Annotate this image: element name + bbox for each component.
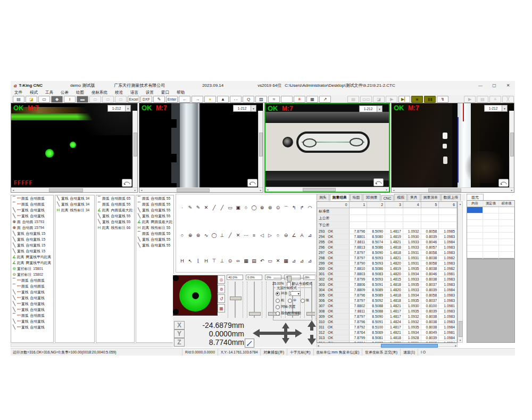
- feature-item[interactable]: ⌒圆弧自动圆弧55: [96, 201, 134, 207]
- menu-item[interactable]: 校准: [111, 90, 127, 95]
- play-single-button[interactable]: ▶: [464, 96, 476, 103]
- row-label[interactable]: 294OK: [317, 234, 350, 239]
- menu-item[interactable]: 绘图: [72, 90, 88, 95]
- result-row[interactable]: 310OK7.87968.50911.48241.09320.80381.098…: [317, 319, 457, 325]
- ring-channel-select[interactable]: 1 ▾: [289, 291, 301, 296]
- tool-icon[interactable]: ⊕: [187, 233, 193, 238]
- result-row[interactable]: 301OK7.88038.50831.48201.09340.80461.098…: [317, 271, 457, 277]
- tool-icon[interactable]: ○: [275, 233, 281, 238]
- tool-icon[interactable]: ⌊: [195, 258, 201, 263]
- camera1-vscrollbar[interactable]: [132, 111, 137, 188]
- arrow-left-button[interactable]: ←: [179, 96, 190, 103]
- tab-3D测量[interactable]: 3D测量: [363, 194, 380, 201]
- blank-button[interactable]: [281, 96, 293, 103]
- probe-button[interactable]: ◆: [51, 96, 63, 103]
- tool-icon[interactable]: A: [299, 233, 305, 238]
- result-row[interactable]: 306OK7.87978.50921.48181.09350.80371.098…: [317, 298, 457, 303]
- chevron-down-icon[interactable]: ▾: [251, 105, 256, 111]
- primitives-selected-row[interactable]: [467, 207, 514, 213]
- feature-item[interactable]: ╲***直线自动直线: [11, 301, 53, 307]
- tool-icon[interactable]: ◯: [211, 233, 217, 238]
- print-button[interactable]: ≡: [489, 96, 501, 103]
- row-label[interactable]: 305OK: [317, 293, 350, 298]
- result-row[interactable]: 304OK7.88098.50891.48201.09330.80391.098…: [317, 287, 457, 293]
- tool-icon[interactable]: ⊤: [211, 258, 217, 263]
- light-mode-button[interactable]: ◎: [218, 275, 225, 284]
- tool-icon[interactable]: ⊿: [307, 233, 313, 238]
- play-button[interactable]: ▶: [386, 96, 397, 103]
- ibeam-button[interactable]: I: [64, 96, 76, 103]
- row-label[interactable]: 312OK: [317, 330, 350, 335]
- feature-item[interactable]: ⌒圆弧自动圆弧65: [96, 195, 134, 201]
- close-button[interactable]: ✕: [501, 81, 515, 89]
- feature-item[interactable]: ∡距离内圆弧最大距: [96, 207, 134, 213]
- feature-item[interactable]: ⌒圆弧自动圆弧55: [136, 195, 173, 201]
- color-assist-radio[interactable]: 颜色校准辅助: [276, 311, 301, 316]
- camera-view-1[interactable]: OK M:7 1-212 ▾ FFFFF ◂ ▸: [11, 103, 138, 193]
- camera4-hscrollbar[interactable]: ◂ ▸: [392, 187, 514, 192]
- tool-icon[interactable]: ↰: [291, 205, 297, 212]
- feature-item[interactable]: H距离线性标注55: [136, 225, 173, 230]
- hatch-button[interactable]: ▨: [255, 96, 267, 103]
- light-mode-button[interactable]: ⊚: [218, 285, 225, 293]
- arrow-right-button[interactable]: →: [192, 96, 203, 103]
- tool-icon[interactable]: ✎: [195, 205, 201, 212]
- tolerance-row[interactable]: 标准值: [317, 208, 457, 215]
- tool-icon[interactable]: ∿: [203, 233, 209, 238]
- tool-icon[interactable]: ⊙: [227, 258, 233, 263]
- tool-icon[interactable]: ◠: [307, 205, 313, 212]
- gray-block-button[interactable]: ▬: [77, 96, 88, 103]
- feature-item[interactable]: ╲直线自动直线15: [11, 248, 53, 254]
- minimize-button[interactable]: —: [473, 81, 487, 89]
- result-row[interactable]: 294OK7.88018.50801.48191.09300.80391.098…: [317, 234, 457, 240]
- feature-item[interactable]: ⌒***圆弧自动圆弧: [11, 283, 53, 289]
- tool-icon[interactable]: ╱: [227, 233, 233, 238]
- feature-item[interactable]: ╲直线自动直线15: [11, 236, 53, 242]
- scroll-up-icon[interactable]: ▴: [458, 202, 462, 205]
- result-row[interactable]: 299OK7.87908.50931.48201.09310.80581.098…: [317, 261, 457, 266]
- tool-icon[interactable]: ◁: [259, 233, 265, 238]
- feature-item[interactable]: ╲***直线自动直线: [11, 318, 53, 324]
- qr-code-button[interactable]: ▦: [306, 96, 318, 103]
- level-radio[interactable]: 细: [301, 298, 309, 303]
- save-report-button[interactable]: ▤: [477, 96, 488, 103]
- tab-测量清单[interactable]: 测量清单: [421, 194, 440, 201]
- feature-item[interactable]: ⌒***圆弧自动圆弧: [11, 195, 53, 201]
- save-button[interactable]: ▤: [13, 96, 24, 103]
- row-label[interactable]: 295OK: [317, 240, 350, 244]
- result-row[interactable]: 309OK7.87978.50901.48171.09320.80381.098…: [317, 314, 457, 319]
- ring-light-wheel[interactable]: [179, 279, 211, 311]
- tool-icon[interactable]: ◯: [251, 205, 257, 212]
- result-row[interactable]: 297OK7.87978.50901.48181.09310.80581.098…: [317, 250, 457, 256]
- disabled-tool-1[interactable]: ▭: [89, 96, 101, 103]
- menu-item[interactable]: 工具: [41, 90, 57, 95]
- feature-item[interactable]: ╲直线自动直线34: [55, 195, 94, 201]
- coaxial-radio[interactable]: 同轴-亮度: [276, 304, 295, 309]
- row-label[interactable]: 297OK: [317, 250, 350, 255]
- menu-item[interactable]: 语言: [127, 90, 142, 95]
- feature-item[interactable]: ╲***直线自动直线: [11, 324, 53, 330]
- radio-icon[interactable]: [288, 299, 292, 303]
- tool-icon[interactable]: ⊿: [291, 258, 297, 263]
- menu-item[interactable]: 模式: [26, 90, 41, 95]
- camera3-zoom-dropdown[interactable]: 1-212 ▾: [359, 105, 383, 112]
- slider-thumb[interactable]: [230, 297, 242, 300]
- row-label[interactable]: 299OK: [317, 261, 350, 266]
- results-vscrollbar[interactable]: ▴ ▾: [458, 201, 463, 343]
- row-label[interactable]: 302OK: [317, 277, 350, 282]
- result-row[interactable]: 311OK7.87928.51001.48171.09350.80381.098…: [317, 325, 457, 330]
- tool-icon[interactable]: ↶: [259, 258, 265, 263]
- chevron-down-icon[interactable]: ▾: [502, 105, 507, 111]
- tool-icon[interactable]: ⊛: [267, 205, 273, 212]
- feature-item[interactable]: H距离线性标注34: [55, 207, 94, 213]
- scroll-down-icon[interactable]: ▾: [458, 339, 462, 342]
- tool-icon[interactable]: ▷: [267, 233, 273, 238]
- tool-icon[interactable]: ▣: [235, 205, 241, 212]
- row-label[interactable]: 310OK: [317, 319, 350, 324]
- tool-icon[interactable]: ∞: [235, 258, 241, 263]
- tool-icon[interactable]: H: [203, 258, 209, 263]
- radio-icon[interactable]: [276, 305, 280, 309]
- scroll-right-icon[interactable]: ▸: [133, 188, 137, 192]
- play-to-end-button[interactable]: ▶▏: [398, 96, 410, 103]
- feature-item[interactable]: ⌒***圆弧自动圆弧: [11, 277, 53, 283]
